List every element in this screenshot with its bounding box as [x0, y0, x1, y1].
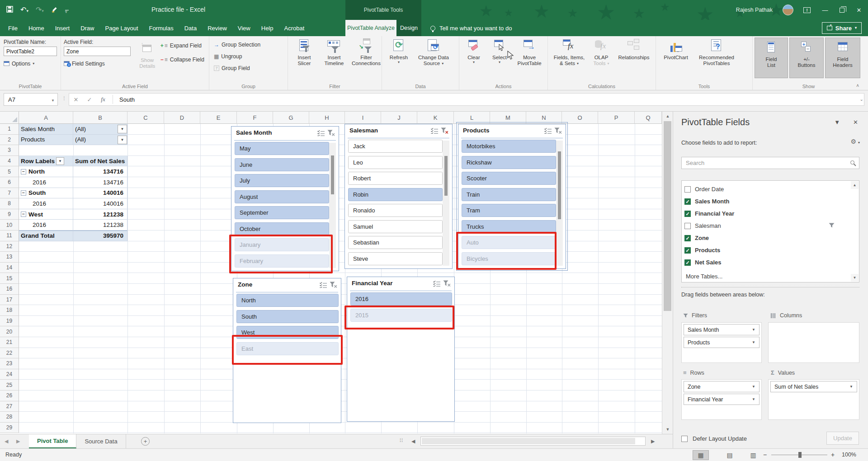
filters-drop-area[interactable]: Sales Month▼Products▼ [681, 322, 762, 363]
chip-dropdown-icon[interactable]: ▼ [752, 397, 755, 401]
field-item-zone[interactable]: ✓Zone [684, 232, 847, 244]
row-header-22[interactable]: 22 [0, 348, 19, 359]
tab-insert[interactable]: Insert [50, 20, 75, 36]
horizontal-scroll-thumb[interactable] [422, 438, 635, 444]
page-break-view-icon[interactable]: ▥ [745, 450, 761, 460]
clear-filter-icon[interactable] [554, 127, 562, 135]
column-header-F[interactable]: F [237, 112, 273, 124]
select-all-corner[interactable] [0, 112, 19, 124]
chip-dropdown-icon[interactable]: ▼ [849, 385, 853, 389]
column-header-D[interactable]: D [164, 112, 200, 124]
zoom-in-icon[interactable]: + [831, 451, 835, 458]
slicer-item-july[interactable]: July [235, 174, 329, 187]
area-chip-financial-year[interactable]: Financial Year▼ [684, 394, 760, 405]
collapse-item-icon[interactable]: − [21, 190, 26, 196]
clear-filter-icon[interactable] [441, 127, 449, 135]
tab-design[interactable]: Design [396, 20, 421, 36]
recommended-pivottables-button[interactable]: ? RecommendedPivotTables [693, 36, 740, 66]
change-data-source-button[interactable]: ⟳ Change DataSource▾ [413, 36, 454, 66]
area-chip-sales-month[interactable]: Sales Month▼ [684, 324, 760, 335]
slicer-item-ronaldo[interactable]: Ronaldo [348, 204, 443, 217]
column-header-Q[interactable]: Q [635, 112, 662, 124]
column-header-K[interactable]: K [417, 112, 454, 124]
slicer-item-train[interactable]: Train [462, 188, 556, 201]
pivot-row-label[interactable]: Grand Total [19, 230, 73, 241]
enter-icon[interactable]: ✓ [83, 96, 96, 103]
redo-icon[interactable]: ↷▾ [36, 6, 44, 14]
field-item-net-sales[interactable]: ✓Net Sales [684, 257, 847, 268]
pivot-row-label[interactable]: 2016 [19, 220, 73, 230]
normal-view-icon[interactable]: ▦ [693, 450, 709, 460]
options-button[interactable]: Options▾ [4, 59, 57, 68]
row-header-28[interactable]: 28 [0, 412, 19, 423]
olap-tools-button[interactable]: fx OLAPTools▾ [589, 36, 614, 66]
ribbon-display-options-icon[interactable]: ↥ [803, 7, 811, 13]
collapse-item-icon[interactable]: − [21, 169, 26, 174]
column-header-N[interactable]: N [526, 112, 562, 124]
slicer-item-september[interactable]: September [235, 206, 329, 219]
slicer-item-samuel[interactable]: Samuel [348, 220, 443, 233]
row-header-5[interactable]: 5 [0, 166, 19, 177]
multi-select-icon[interactable] [544, 127, 552, 135]
customize-quick-access-icon[interactable]: ▿ [65, 10, 69, 10]
page-layout-view-icon[interactable]: ▤ [722, 450, 738, 460]
clear-filter-icon[interactable] [327, 130, 335, 137]
row-header-15[interactable]: 15 [0, 273, 19, 284]
rows-drop-area[interactable]: Zone▼Financial Year▼ [681, 379, 762, 420]
new-sheet-button[interactable]: + [141, 437, 150, 446]
field-checkbox[interactable] [684, 186, 691, 193]
slicer-item-tram[interactable]: Tram [462, 204, 556, 217]
column-header-H[interactable]: H [309, 112, 345, 124]
row-header-11[interactable]: 11 [0, 230, 19, 241]
row-header-7[interactable]: 7 [0, 188, 19, 199]
row-header-25[interactable]: 25 [0, 380, 19, 390]
slicer-salesman[interactable]: SalesmanJackLeoRobertRobinRonaldoSamuelS… [344, 124, 453, 269]
tell-me-box[interactable]: Tell me what you want to do [430, 20, 512, 36]
expand-formula-bar-icon[interactable]: ⌄ [860, 97, 863, 102]
row-header-19[interactable]: 19 [0, 316, 19, 327]
clear-button[interactable]: Clear▾ [461, 36, 486, 64]
format-painter-icon[interactable] [51, 6, 58, 14]
pivot-row-label[interactable]: 2016 [19, 198, 73, 209]
scroll-up-icon[interactable]: ▲ [662, 112, 673, 121]
row-header-12[interactable]: 12 [0, 241, 19, 252]
row-header-8[interactable]: 8 [0, 198, 19, 209]
row-header-20[interactable]: 20 [0, 326, 19, 337]
field-item-sales-month[interactable]: ✓Sales Month [684, 196, 847, 207]
slicer-item-motorbikes[interactable]: Motorbikes [462, 140, 556, 153]
tab-review[interactable]: Review [202, 20, 232, 36]
slicer-item-south[interactable]: South [236, 310, 339, 323]
row-header-10[interactable]: 10 [0, 220, 19, 230]
multi-select-icon[interactable] [317, 130, 325, 137]
multi-select-icon[interactable] [433, 280, 441, 287]
chip-dropdown-icon[interactable]: ▼ [752, 340, 755, 344]
row-header-17[interactable]: 17 [0, 295, 19, 306]
column-header-P[interactable]: P [598, 112, 635, 124]
formula-field[interactable]: ✕ ✓ fx South [69, 93, 864, 106]
column-header-E[interactable]: E [200, 112, 237, 124]
row-header-24[interactable]: 24 [0, 369, 19, 380]
column-header-J[interactable]: J [381, 112, 417, 124]
field-item-financial-year[interactable]: ✓Financial Year [684, 208, 847, 219]
pivot-row-label[interactable]: −North [19, 166, 73, 177]
field-checkbox[interactable]: ✓ [684, 211, 691, 217]
field-checkbox[interactable]: ✓ [684, 235, 691, 241]
field-item-salesman[interactable]: Salesman [684, 220, 847, 231]
list-scroll-up-icon[interactable]: ▲ [851, 181, 859, 189]
slicer-item-steve[interactable]: Steve [348, 252, 443, 265]
field-item-products[interactable]: ✓Products [684, 245, 847, 256]
group-field-button[interactable]: 7Group Field [214, 63, 288, 73]
row-header-14[interactable]: 14 [0, 263, 19, 273]
sheet-tab-pivot-table[interactable]: Pivot Table [29, 434, 76, 448]
vertical-scroll-thumb[interactable] [664, 121, 671, 311]
field-checkbox[interactable]: ✓ [684, 247, 691, 254]
column-header-L[interactable]: L [454, 112, 490, 124]
name-box-dropdown-icon[interactable]: ▼ [51, 99, 55, 103]
field-headers-toggle[interactable]: FieldHeaders [825, 38, 860, 78]
chip-dropdown-icon[interactable]: ▼ [752, 385, 755, 389]
column-header-C[interactable]: C [127, 112, 164, 124]
row-header-3[interactable]: 3 [0, 145, 19, 156]
tools-gear-icon[interactable]: ⚙ ▾ [851, 138, 860, 145]
chip-dropdown-icon[interactable]: ▼ [752, 328, 755, 332]
row-labels-dropdown-icon[interactable]: ▼ [56, 157, 64, 165]
